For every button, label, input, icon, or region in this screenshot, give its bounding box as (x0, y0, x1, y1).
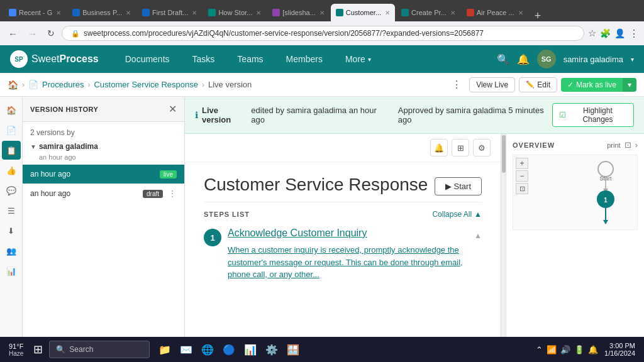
overview-print-label[interactable]: print (607, 141, 620, 149)
view-live-button[interactable]: View Live (469, 77, 515, 92)
network-icon: 📶 (547, 345, 557, 354)
tab-customer-active[interactable]: Customer... ✕ (331, 4, 395, 21)
tab-close-icon[interactable]: ✕ (450, 9, 455, 16)
home-icon[interactable]: 🏠 (8, 80, 18, 90)
start-button[interactable]: ▶ Start (435, 177, 482, 195)
tab-close-icon[interactable]: ✕ (518, 9, 523, 16)
sidebar-icon-download[interactable]: ⬇ (2, 221, 21, 240)
mark-live-dropdown-button[interactable]: ▾ (623, 78, 636, 92)
taskbar-app-browser[interactable]: 🌐 (197, 339, 218, 359)
tab-how-stor[interactable]: How Stor... ✕ (203, 4, 266, 21)
fit-view-button[interactable]: ⊡ (516, 183, 528, 194)
step-1-collapse-icon[interactable]: ▲ (474, 231, 482, 240)
logo[interactable]: SP SweetProcess (10, 50, 99, 68)
step-1-title-link[interactable]: Acknowledge Customer Inquiry (228, 228, 468, 239)
taskbar-search-bar[interactable]: 🔍 Search (49, 341, 150, 358)
start-menu-button[interactable]: ⊞ (30, 341, 47, 358)
highlight-changes-button[interactable]: ☑ Highlight Changes (552, 103, 634, 127)
breadcrumb-page-link[interactable]: Customer Service Response (94, 80, 197, 89)
taskbar-app-windows[interactable]: 🪟 (283, 339, 303, 359)
tab-close-icon[interactable]: ✕ (126, 9, 131, 16)
sidebar-icon-chat[interactable]: 💬 (2, 181, 21, 200)
breadcrumb-sep: › (22, 80, 25, 89)
address-bar[interactable]: 🔒 sweetprocess.com/procedures/vjAZdiQ4qN… (62, 26, 584, 41)
user-name[interactable]: samira galadima (564, 55, 623, 64)
overview-resize-button[interactable]: ⊡ (625, 140, 631, 150)
url-text: sweetprocess.com/procedures/vjAZdiQ4qN/c… (84, 29, 484, 38)
live-version-bar: ℹ Live version edited by samira galadima… (185, 97, 644, 134)
version-item-live[interactable]: an hour ago live (23, 165, 184, 184)
tab-business[interactable]: Business P... ✕ (67, 4, 136, 21)
zoom-in-button[interactable]: + (516, 158, 528, 169)
notification-button[interactable]: 🔔 (517, 53, 530, 65)
mark-live-button[interactable]: ✓ Mark as live (561, 78, 623, 92)
taskbar-app-excel[interactable]: 📊 (240, 339, 260, 359)
tab-slideshare[interactable]: [slidesha... ✕ (267, 4, 330, 21)
back-button[interactable]: ← (5, 26, 21, 41)
tab-air-peace[interactable]: Air Peace ... ✕ (462, 4, 528, 21)
tab-close-icon[interactable]: ✕ (385, 9, 390, 16)
sidebar-icon-users[interactable]: 👥 (2, 241, 21, 260)
reload-button[interactable]: ↻ (44, 26, 58, 40)
settings-tool-button[interactable]: ⚙ (473, 139, 491, 156)
tab-close-icon[interactable]: ✕ (256, 9, 261, 16)
taskbar-app-explorer[interactable]: 📁 (155, 339, 175, 359)
overview-panel: OVERVIEW print ⊡ › + − ⊡ (506, 134, 644, 337)
sidebar-icon-list[interactable]: ☰ (2, 201, 21, 220)
breadcrumb-procedures-link[interactable]: Procedures (42, 80, 84, 89)
more-actions-dots[interactable]: ⋮ (448, 79, 465, 90)
tab-close-icon[interactable]: ✕ (56, 9, 61, 16)
nav-documents[interactable]: Documents (114, 45, 181, 73)
new-tab-button[interactable]: + (530, 10, 547, 21)
tab-label: First Draft... (152, 9, 188, 16)
version-item-draft[interactable]: an hour ago draft ⋮ (23, 184, 184, 204)
step-1-number-circle: 1 (204, 229, 221, 246)
more-options-button[interactable]: ⋮ (629, 28, 639, 40)
doc-toolbar: 🔔 ⊞ ⚙ (185, 134, 501, 162)
tab-close-icon[interactable]: ✕ (192, 9, 197, 16)
tab-recent[interactable]: Recent - G ✕ (4, 4, 66, 21)
sidebar-icon-doc[interactable]: 📄 (2, 121, 21, 140)
edit-button[interactable]: ✏️ Edit (519, 77, 557, 92)
layout-tool-button[interactable]: ⊞ (452, 139, 469, 156)
zoom-out-button[interactable]: − (516, 170, 528, 182)
overview-expand-button[interactable]: › (635, 140, 638, 150)
user-avatar[interactable]: SG (537, 50, 556, 69)
nav-more[interactable]: More ▾ (334, 45, 382, 73)
forward-button[interactable]: → (25, 26, 40, 41)
version-panel-header: VERSION HISTORY ✕ (23, 97, 184, 122)
sound-icon: 🔊 (560, 345, 570, 354)
svg-text:1: 1 (604, 197, 608, 204)
scrollbar[interactable] (501, 134, 506, 337)
collapse-all-button[interactable]: Collapse All ▲ (432, 210, 482, 219)
version-user-row[interactable]: ▼ samira galadima (23, 140, 184, 153)
tab-close-icon[interactable]: ✕ (319, 9, 325, 16)
tab-first-draft[interactable]: First Draft... ✕ (137, 4, 202, 21)
overview-title: OVERVIEW (513, 141, 555, 149)
version-user-time: an hour ago (23, 153, 184, 165)
sidebar-icon-active[interactable]: 📋 (2, 141, 21, 160)
nav-tasks[interactable]: Tasks (181, 45, 226, 73)
profile-button[interactable]: 👤 (614, 28, 625, 38)
version-panel-close-button[interactable]: ✕ (169, 103, 177, 115)
scrollbar-thumb[interactable] (502, 135, 506, 173)
search-nav-button[interactable]: 🔍 (497, 53, 509, 65)
tab-create-pr[interactable]: Create Pr... ✕ (396, 4, 460, 21)
taskbar-right-icons: ⌃ 📶 🔊 🔋 🔔 (536, 345, 598, 354)
taskbar-app-mail[interactable]: ✉️ (176, 339, 196, 359)
taskbar-clock[interactable]: 3:00 PM 1/16/2024 (601, 342, 639, 357)
taskbar-app-edge[interactable]: 🔵 (219, 339, 239, 359)
version-item-dots-icon[interactable]: ⋮ (168, 189, 177, 199)
doc-inner: 🔔 ⊞ ⚙ Customer Service Response ▶ Start … (185, 134, 501, 337)
sidebar-icon-thumb[interactable]: 👍 (2, 161, 21, 180)
nav-teams[interactable]: Teams (226, 45, 274, 73)
taskbar-app-settings[interactable]: ⚙️ (262, 339, 282, 359)
breadcrumb-sep3: › (202, 80, 204, 89)
nav-members[interactable]: Members (275, 45, 334, 73)
sidebar-icon-home[interactable]: 🏠 (2, 101, 21, 119)
notification-tool-button[interactable]: 🔔 (430, 139, 448, 156)
bookmark-button[interactable]: ☆ (588, 28, 596, 39)
sidebar-icon-chart[interactable]: 📊 (2, 261, 21, 280)
weather-desc: Haze (9, 350, 23, 357)
extensions-button[interactable]: 🧩 (600, 28, 611, 38)
